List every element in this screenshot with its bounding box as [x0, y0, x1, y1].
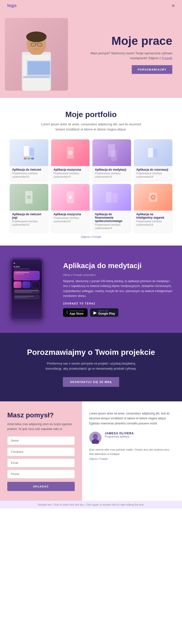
contact-form-area: Masz pomysł? Amet tellus cras adipiscing… [0, 402, 82, 501]
phone-greeting: Hi, Eve! [14, 266, 40, 268]
portfolio-info: Aplikacja do ćwiczeń Projektowanie inter… [10, 166, 48, 181]
meditation-cta: ZDOBĄDŹ TO TERAZ [63, 302, 172, 305]
phone-card-main [14, 271, 40, 280]
contact-section: Masz pomysł? Amet tellus cras adipiscing… [0, 402, 182, 501]
portfolio-item-name: Aplikacja do finansowania społecznościow… [95, 212, 129, 223]
portfolio-item[interactable]: Aplikacja do finansowania społecznościow… [92, 184, 131, 232]
portfolio-item[interactable]: Aplikacja muzyczna Projektowanie interfe… [51, 184, 90, 232]
testimonial-details: JAMESA OLIVERA Programista aplikacji [105, 432, 134, 438]
hero-contact-button[interactable]: POROZMAWIAJMY [132, 65, 172, 74]
cta-description: Poinformuj nas o swoim pomyśle na projek… [45, 361, 137, 371]
hero-freepik-link[interactable]: Freepik [162, 56, 172, 60]
portfolio-credit: Zdjęcia z Freepik [10, 235, 172, 238]
portfolio-thumb-1 [10, 139, 48, 166]
navbar: logo ≡ [0, 0, 182, 12]
phone-mockup: Hi, Eve! [10, 258, 44, 321]
google-play-big: Google Play [98, 312, 115, 315]
portfolio-item[interactable]: Aplikacja do medytacji Projektowanie int… [92, 139, 131, 181]
portfolio-item-sub: Projektowanie interfejsu użytkownika/UX [54, 172, 87, 179]
portfolio-thumb-5 [10, 184, 48, 211]
portfolio-description: Lorem ipsum dolor sit amet, consectetur … [38, 122, 144, 132]
portfolio-item[interactable]: Aplikacja do rezerwacji Projektowanie in… [134, 139, 172, 181]
testimonial-avatar [89, 432, 101, 444]
phone-screen: Hi, Eve! [12, 260, 42, 319]
meditation-app-title: Aplikacja do medytacji [63, 261, 172, 270]
app-store-small: Download on the [70, 310, 84, 312]
portfolio-info: Aplikacja do medytacji Projektowanie int… [92, 166, 131, 181]
portfolio-thumb-2 [51, 139, 90, 166]
portfolio-item-sub: Projektowanie interfejsu użytkownika/UX [136, 220, 170, 226]
portfolio-item-sub: Projektowanie interfejsu użytkownika/UX [95, 172, 129, 179]
hero-description: Mam pomysł? Stwórzmy razem Twoje wymarzo… [75, 51, 172, 61]
avatar-illustration [89, 432, 101, 444]
portfolio-item-name: Aplikacja muzyczna [54, 168, 87, 171]
cta-contact-button[interactable]: SKONTAKTUJ SIĘ ZE MNĄ [63, 377, 119, 387]
portfolio-title: Moje portfolio [10, 110, 172, 119]
app-store-text: Download on the App Store [70, 310, 84, 315]
phone-top-bar [14, 262, 40, 264]
contact-submit-button[interactable]: SKŁADAĆ [7, 482, 75, 491]
portfolio-item-sub: Projektowanie interfejsu użytkownika/UX [12, 172, 46, 179]
phone-cards-small [14, 282, 40, 288]
contact-info-area: Lorem ipsum dolor sit amet, consectetur … [82, 402, 182, 501]
portfolio-item[interactable]: Aplikacja do ćwiczeń jogi Projektowanie … [10, 184, 48, 232]
phone-card-purple [22, 282, 30, 288]
contact-company-input[interactable] [7, 448, 75, 456]
portfolio-item-name: Aplikacja do rezerwacji [136, 168, 170, 171]
phone-card-pink [14, 282, 22, 288]
portfolio-info: Aplikacja muzyczna Projektowanie interfe… [51, 211, 90, 226]
google-play-text: GET IT ON Google Play [98, 310, 115, 315]
contact-name-input[interactable] [7, 436, 75, 445]
portfolio-item[interactable]: Aplikacja muzyczna Projektowanie interfe… [51, 139, 90, 181]
portfolio-info: Aplikacja do rezerwacji Projektowanie in… [134, 166, 172, 181]
contact-description: Amet tellus cras adipiscing enim eu turp… [7, 422, 75, 431]
contact-email-input[interactable] [7, 458, 75, 467]
svg-rect-8 [28, 61, 50, 75]
hero-text: Moje prace Mam pomysł? Stwórzmy razem Tw… [68, 35, 172, 74]
contact-phone-input[interactable] [7, 470, 75, 478]
google-play-badge[interactable]: ▶ GET IT ON Google Play [90, 308, 118, 317]
site-logo: logo [7, 3, 17, 8]
portfolio-item-name: Aplikacja muzyczna [54, 212, 87, 216]
portfolio-grid-row2: Aplikacja do ćwiczeń jogi Projektowanie … [10, 184, 172, 232]
portfolio-item-sub: Projektowanie interfejsu użytkownika/UX [136, 172, 170, 179]
meditation-description: Nispend, stworzony z ponad 100-letnią wi… [63, 279, 172, 298]
testimonial-text: Quis viverra nibh cras pulvinar mattis. … [89, 448, 175, 456]
phone-status-dot [14, 262, 15, 264]
testimonial: JAMESA OLIVERA Programista aplikacji [89, 432, 175, 444]
portfolio-thumb-8: ⌚ [134, 184, 172, 211]
portfolio-info: Aplikacja do ćwiczeń jogi Projektowanie … [10, 211, 48, 229]
portfolio-item-name: Aplikacja do ćwiczeń jogi [12, 212, 46, 219]
contact-form: SKŁADAĆ [7, 436, 75, 491]
svg-point-2 [26, 32, 47, 42]
hamburger-icon[interactable]: ≡ [172, 3, 175, 8]
portfolio-info: Aplikacja na inteligentny zegarek Projek… [134, 211, 172, 229]
meditation-label: Obraz z Freepik, przyciski z [63, 274, 172, 276]
portfolio-item-sub: Projektowanie interfejsu użytkownika/UX [54, 216, 87, 223]
portfolio-section: Moje portfolio Lorem ipsum dolor sit ame… [0, 98, 182, 246]
portfolio-item[interactable]: ⌚ Aplikacja na inteligentny zegarek Proj… [134, 184, 172, 232]
portfolio-thumb-6 [51, 184, 90, 211]
hero-section: logo ≡ [0, 0, 182, 98]
portfolio-item-name: Aplikacja do medytacji [95, 168, 129, 171]
hero-title: Moje prace [75, 35, 172, 48]
testimonial-role: Programista aplikacji [105, 435, 134, 438]
phone-card-dark [31, 282, 40, 288]
portfolio-item-name: Aplikacja do ćwiczeń [12, 168, 46, 171]
contact-right-description: Lorem ipsum dolor sit amet, consectetur … [89, 411, 175, 426]
testimonial-name: JAMESA OLIVERA [105, 432, 134, 435]
cta-title: Porozmawiajmy o Twoim projekcie [10, 347, 172, 358]
portfolio-item[interactable]: Aplikacja do ćwiczeń Projektowanie inter… [10, 139, 48, 181]
hero-content: Moje prace Mam pomysł? Stwórzmy razem Tw… [0, 11, 182, 98]
footer-text: Sample text. Click to select the text bo… [38, 503, 144, 506]
portfolio-thumb-7 [92, 184, 131, 211]
footer-bar: Sample text. Click to select the text bo… [0, 501, 182, 508]
portfolio-thumb-4 [134, 139, 172, 166]
portfolio-grid-row1: Aplikacja do ćwiczeń Projektowanie inter… [10, 139, 172, 181]
portfolio-info: Aplikacja do finansowania społecznościow… [92, 211, 131, 232]
app-store-badge[interactable]:  Download on the App Store [63, 308, 88, 317]
cta-section: Porozmawiajmy o Twoim projekcie Poinform… [0, 333, 182, 402]
portfolio-info: Aplikacja muzyczna Projektowanie interfe… [51, 166, 90, 181]
google-play-icon: ▶ [93, 310, 97, 315]
google-play-small: GET IT ON [98, 310, 115, 312]
